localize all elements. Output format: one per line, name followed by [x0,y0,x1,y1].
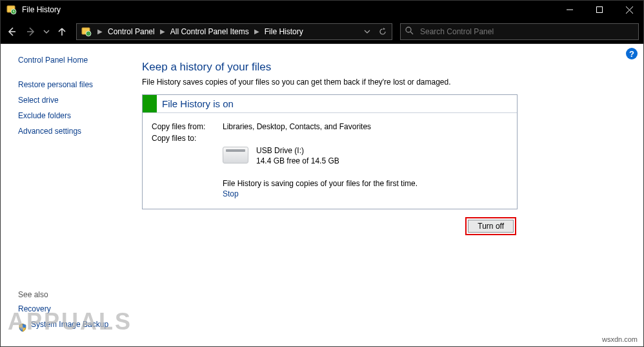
minimize-button[interactable] [555,0,585,19]
address-bar[interactable]: ▶ Control Panel ▶ All Control Panel Item… [76,23,392,40]
source-footer: wsxdn.com [602,335,638,343]
turn-off-container: Turn off [142,217,518,235]
status-on-indicator-icon [143,95,157,112]
drive-icon [223,147,248,163]
turn-off-button[interactable]: Turn off [468,220,514,233]
toolbar: ▶ Control Panel ▶ All Control Panel Item… [0,19,644,44]
search-box[interactable] [400,23,639,40]
maximize-button[interactable] [585,0,614,19]
crumb-sep-icon[interactable]: ▶ [159,28,166,35]
panel-body: Copy files from: Libraries, Desktop, Con… [143,113,517,209]
back-button[interactable] [3,23,21,41]
file-history-panel: File History is on Copy files from: Libr… [142,94,518,209]
title-bar: File History [0,0,644,19]
sidebar-restore-personal-files[interactable]: Restore personal files [18,80,121,89]
sidebar-exclude-folders[interactable]: Exclude folders [18,111,121,120]
breadcrumb-all-items[interactable]: All Control Panel Items [166,27,253,36]
sidebar-advanced-settings[interactable]: Advanced settings [18,127,121,136]
search-input[interactable] [419,26,634,37]
copy-to-label: Copy files to: [152,134,214,143]
crumb-sep-icon[interactable]: ▶ [96,28,104,35]
window-buttons [555,0,644,19]
stop-link[interactable]: Stop [223,189,239,198]
address-dropdown-button[interactable] [361,25,374,38]
main-content: ? Keep a history of your files File Hist… [129,44,644,347]
sidebar: Control Panel Home Restore personal file… [0,44,129,347]
page-description: File History saves copies of your files … [142,78,629,87]
sidebar-cp-home[interactable]: Control Panel Home [18,56,121,65]
copy-from-value: Libraries, Desktop, Contacts, and Favori… [223,122,371,131]
sidebar-select-drive[interactable]: Select drive [18,96,121,105]
drive-free-space: 14.4 GB free of 14.5 GB [256,156,339,166]
file-history-location-icon [79,25,94,39]
shield-icon [18,323,27,332]
sidebar-recovery[interactable]: Recovery [18,304,121,313]
see-also-heading: See also [18,290,121,299]
drive-name: USB Drive (I:) [256,145,339,156]
panel-header: File History is on [143,95,517,113]
forward-button[interactable] [22,23,40,41]
svg-line-11 [410,32,413,34]
close-button[interactable] [614,0,644,19]
refresh-button[interactable] [376,25,389,38]
page-title: Keep a history of your files [142,61,629,74]
window-title: File History [22,5,61,14]
panel-title: File History is on [162,98,234,109]
file-history-app-icon [6,5,17,15]
crumb-sep-icon[interactable]: ▶ [253,28,261,35]
turn-off-highlight: Turn off [465,217,516,235]
svg-rect-3 [597,7,603,13]
svg-point-9 [86,31,91,36]
help-button[interactable]: ? [626,48,638,59]
breadcrumb-control-panel[interactable]: Control Panel [104,27,159,36]
body-area: Control Panel Home Restore personal file… [0,44,644,347]
breadcrumb-file-history[interactable]: File History [261,27,307,36]
saving-status: File History is saving copies of your fi… [223,179,508,188]
search-icon [405,26,414,37]
svg-point-10 [406,27,411,32]
up-button[interactable] [53,23,71,41]
sidebar-system-image-backup[interactable]: System Image Backup [31,320,108,329]
recent-locations-button[interactable] [41,23,52,41]
help-icon: ? [629,49,634,59]
breadcrumb: Control Panel ▶ All Control Panel Items … [104,27,307,36]
copy-from-label: Copy files from: [152,122,214,131]
